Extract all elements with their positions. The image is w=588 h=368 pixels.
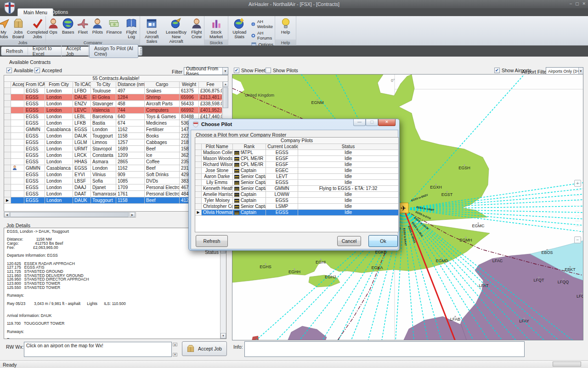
- scroll-right-icon[interactable]: ▶: [130, 212, 135, 217]
- rw-wx-textbox[interactable]: Click on an airport on the map for Wx!: [24, 342, 172, 357]
- help-button[interactable]: Help: [278, 17, 293, 35]
- pilot-row[interactable]: Jose StoneCaptainEGECIdle: [195, 168, 398, 174]
- table-row[interactable]: EGSSLondonLFBOToulouse497Snakes61375£306…: [4, 88, 228, 94]
- column-header[interactable]: Current Location: [266, 144, 298, 150]
- airport-EGHS[interactable]: EGHS: [260, 264, 271, 269]
- airport-LFQQ[interactable]: LFQQ: [558, 280, 569, 284]
- maximize-icon[interactable]: ▢: [575, 1, 579, 6]
- bases-button[interactable]: Bases: [61, 17, 75, 35]
- pilot-row[interactable]: Richard WilsonCPL ME/IREGSFIdle: [195, 162, 398, 168]
- refresh-button[interactable]: Refresh: [1, 47, 28, 55]
- table-row[interactable]: EGSSLondonENZVStavanger458Aircraft Parts…: [4, 101, 228, 107]
- airport-EGMH[interactable]: EGMH: [460, 238, 472, 242]
- show-pilots-checkbox[interactable]: Show Pilots: [266, 68, 298, 73]
- hub-airplane-icon[interactable]: ✈: [401, 204, 407, 212]
- flight-log-button[interactable]: Flight Log: [123, 17, 140, 40]
- contracts-horizontal-scrollbar[interactable]: ◀ ▶: [4, 212, 136, 218]
- airport-EGXH[interactable]: EGXH: [430, 185, 442, 190]
- pilot-row[interactable]: Lily EmmsSenior CaptainEGSSIdle: [195, 180, 398, 186]
- assign-to-pilot-button[interactable]: Assign To Pilot (AI Crew): [89, 44, 138, 58]
- column-header[interactable]: Rank: [233, 144, 266, 150]
- scrollbar-thumb[interactable]: [10, 212, 129, 217]
- pilot-row[interactable]: Madison CollettfATPLEGSSIdle: [195, 150, 398, 156]
- spinner-down-icon[interactable]: ▼: [173, 353, 177, 356]
- export-to-excel-button[interactable]: Export to Excel: [28, 45, 62, 58]
- pilot-row[interactable]: Aaron DarkeSenior CaptainLEVTIdle: [195, 174, 398, 180]
- column-header[interactable]: Fee: [199, 82, 222, 88]
- scroll-left-icon[interactable]: ◀: [4, 212, 10, 217]
- rw-wx-spinner[interactable]: ▲ ▼: [173, 343, 177, 356]
- refresh-status-button[interactable]: Refresh Status: [196, 235, 228, 247]
- accept-job-button[interactable]: Accept Job: [182, 341, 227, 356]
- close-icon[interactable]: ✕: [582, 1, 586, 6]
- zoom-in-button[interactable]: +: [574, 180, 581, 187]
- airport-EGHJ[interactable]: EGHJ: [325, 275, 336, 279]
- column-header[interactable]: Cargo: [145, 82, 180, 88]
- available-checkbox[interactable]: ✔ Available: [6, 68, 33, 73]
- scroll-up-icon[interactable]: ▲: [223, 81, 228, 87]
- fleet-button[interactable]: Fleet: [75, 17, 90, 35]
- ok-button[interactable]: Ok: [368, 235, 398, 247]
- scroll-down-icon[interactable]: ▼: [220, 333, 226, 339]
- airport-LFAY[interactable]: LFAY: [519, 319, 529, 323]
- stock-market-button[interactable]: Upload Stats Stock Market: [204, 17, 228, 40]
- accept-job-toolbar-button[interactable]: Accept Job: [62, 45, 89, 58]
- airport-EGSH[interactable]: EGSH: [458, 166, 470, 170]
- pilots-button[interactable]: Pilots: [90, 17, 105, 35]
- column-header[interactable]: To ICAO: [73, 82, 91, 88]
- airport-EGMC[interactable]: EGMC: [472, 224, 485, 228]
- pilot-row[interactable]: Amelie HarrisonCaptainLOWWIdle: [195, 192, 398, 198]
- table-row[interactable]: EGSSLondonLEVCValencia744Computers66992£…: [4, 107, 228, 114]
- accepted-checkbox[interactable]: ✔ Accepted: [34, 68, 62, 73]
- column-header[interactable]: Status: [298, 144, 398, 150]
- column-header[interactable]: To City: [91, 82, 116, 88]
- airport-EGNM[interactable]: EGNM: [311, 100, 324, 105]
- airport-EBKT[interactable]: EBKT: [565, 267, 576, 272]
- toolbar-grip[interactable]: [140, 48, 142, 54]
- pilot-row[interactable]: ▶Olivia HowmanCaptainEGSSIdle: [195, 210, 398, 216]
- lease-buy-new-aircraft-button[interactable]: Lease/Buy New Aircraft: [164, 17, 189, 44]
- pilot-row[interactable]: Mason WoodsCPL ME/IREGSFIdle: [195, 156, 398, 162]
- pilot-row[interactable]: Tyler MoiseyCaptainEGSSIdle: [195, 198, 398, 204]
- used-aircraft-sales-button[interactable]: Used Aircraft Sales: [140, 17, 164, 44]
- dialog-maximize-icon[interactable]: ▢: [366, 119, 378, 126]
- column-header[interactable]: From ICAO: [24, 82, 45, 88]
- filter-dropdown[interactable]: Outbound From Bases ▾: [184, 67, 228, 75]
- zoom-out-button[interactable]: −: [574, 236, 581, 243]
- tab-options[interactable]: Options: [46, 8, 74, 16]
- scrollbar-thumb[interactable]: [223, 87, 228, 108]
- ops-button[interactable]: Ops: [46, 17, 61, 35]
- my-jobs-button[interactable]: My Jobs: [0, 17, 11, 40]
- show-fleet-checkbox[interactable]: ✔ Show Fleet: [234, 68, 266, 73]
- table-row[interactable]: EGSSLondonDAUEEl Golea1284Shrimp65996£31…: [4, 94, 228, 101]
- finance-button[interactable]: Finance: [105, 17, 123, 35]
- airport-LFAT[interactable]: LFAT: [479, 283, 489, 288]
- pilot-row[interactable]: Kenneth HeathSenior CaptainGMMNFlying to…: [195, 186, 398, 192]
- column-header[interactable]: Accepted: [11, 82, 24, 88]
- airport-LFAC[interactable]: LFAC: [492, 259, 503, 263]
- upload-stats-button[interactable]: Upload Stats: [228, 17, 250, 40]
- airport-EGMD[interactable]: EGMD: [436, 259, 449, 263]
- column-header[interactable]: Pilot Name: [202, 144, 233, 150]
- column-header[interactable]: From City: [45, 82, 73, 88]
- ah-forums-button[interactable]: AH Forums: [251, 30, 275, 40]
- airport-EGST[interactable]: EGST: [441, 192, 453, 197]
- dialog-title-bar[interactable]: Choose Pilot: [192, 121, 232, 127]
- airport-LFQT[interactable]: LFQT: [533, 278, 544, 282]
- dialog-close-icon[interactable]: ✕: [378, 119, 396, 126]
- airport-EGHI[interactable]: EGHI: [316, 260, 326, 264]
- cancel-button[interactable]: Cancel: [337, 236, 361, 246]
- ah-website-button[interactable]: AH Website: [251, 19, 275, 29]
- airport-LFQJ[interactable]: LFQJ: [577, 294, 583, 299]
- column-header[interactable]: Weight: [180, 82, 199, 88]
- minimize-icon[interactable]: –: [570, 1, 572, 6]
- pilot-row[interactable]: Christopher CoveSenior CaptainLSMPIdle: [195, 204, 398, 210]
- flight-crew-button[interactable]: Flight Crew: [189, 17, 204, 40]
- airport-EBOS[interactable]: EBOS: [541, 250, 553, 255]
- airport-EGHH[interactable]: EGHH: [288, 270, 300, 274]
- column-header[interactable]: Distance (nm): [116, 82, 145, 88]
- airport-LFAB[interactable]: LFAB: [450, 317, 460, 322]
- jobs-board-button[interactable]: Jobs Board: [11, 17, 26, 40]
- spinner-up-icon[interactable]: ▲: [173, 343, 177, 346]
- dialog-minimize-icon[interactable]: —: [353, 119, 366, 126]
